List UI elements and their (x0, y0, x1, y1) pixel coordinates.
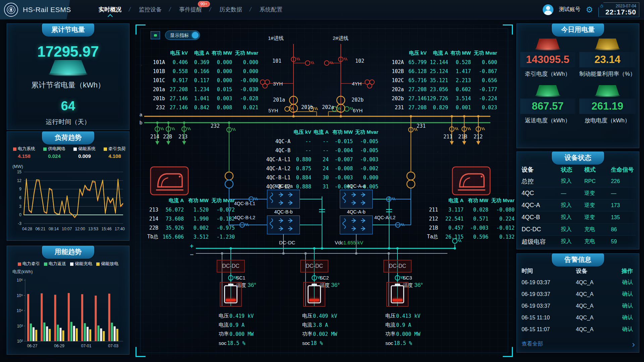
table-cell: 0.558 (165, 68, 188, 74)
confirm-button[interactable]: 确认 (616, 302, 633, 309)
run-days-label: 运行时间（天） (7, 118, 129, 126)
table-cell: 18.5 % (394, 340, 412, 346)
legend-item[interactable]: 储能系统0.009 (70, 146, 99, 159)
col-header: 生命信号 (611, 166, 636, 174)
breaker-icon (305, 61, 314, 65)
svg-text:13:53: 13:53 (88, 227, 98, 231)
table-row: 电压0.413 kV (385, 311, 420, 320)
table-cell: 投入 (561, 238, 584, 245)
settings-gear-icon[interactable]: ⚙ (586, 6, 593, 14)
table-cell: 173 (611, 202, 636, 208)
user-avatar[interactable] (543, 4, 553, 15)
svg-text:07-03: 07-03 (108, 344, 118, 348)
table-cell: 59 (611, 239, 636, 245)
table-cell: 电压 (302, 313, 312, 319)
table-cell: -0.003 (329, 175, 353, 181)
busbar-b-label: b (140, 120, 142, 125)
table-cell: -0.003 (464, 225, 488, 231)
tab-system-config[interactable]: 系统配置 (251, 0, 291, 19)
current-date: 2023-07-04 (601, 4, 636, 8)
legend-item[interactable]: 供电网络0.024 (40, 146, 69, 159)
indicator-checkbox[interactable] (151, 31, 160, 39)
svg-text:10⁵: 10⁵ (17, 293, 23, 298)
table-cell: 0.000 (209, 68, 232, 74)
tab-history-data[interactable]: 历史数据 (211, 0, 251, 19)
stat-label: 牵引电度（kWh） (520, 70, 575, 78)
left-branch-table: 电流 A 有功 MW 无功 Mvar 21356.0721.520-0.0722… (143, 196, 235, 241)
legend-label: 储能系统 (78, 146, 96, 151)
table-cell: DC-DC (522, 226, 561, 233)
view-all-link[interactable]: 查看全部 (522, 341, 543, 348)
table-cell: 0.656 (471, 77, 497, 83)
table-cell: 211 (423, 207, 438, 213)
legend-item[interactable]: 牵引负荷4.108 (100, 146, 129, 159)
table-cell: 65.716 (404, 77, 427, 83)
legend-item[interactable]: 电力牵引 (18, 261, 40, 267)
table-cell: 35.926 (158, 225, 184, 231)
main-nav: 实时概况 监控设备 事件提醒99+ 历史数据 系统配置 (90, 0, 291, 19)
table-cell: 0.596 (464, 234, 488, 240)
svg-text:06-27: 06-27 (27, 344, 38, 348)
table-cell: 232 (146, 105, 165, 111)
arrow-icon (476, 141, 480, 145)
col-header: 状态 (561, 166, 584, 174)
table-cell: 0.002 MW (313, 331, 337, 337)
transformer-6YH-label: 6YH (353, 108, 363, 113)
table-cell: 1.234 (188, 86, 209, 93)
table-cell: 06-15 11:07 (522, 326, 576, 333)
legend-item[interactable]: 储能充电 (70, 261, 92, 267)
table-row: 23127.2080.8290.0010.023 (384, 103, 497, 112)
breaker-232-label: 232 (211, 123, 220, 129)
legend-marker (13, 147, 16, 151)
legend-item[interactable]: 储能放电 (96, 261, 118, 267)
confirm-button[interactable]: 确认 (616, 291, 633, 298)
svg-text:12:00: 12:00 (75, 227, 85, 231)
table-cell: 27.146 (165, 105, 188, 111)
table-cell: 0.021 (232, 105, 258, 111)
table-cell: soc (219, 340, 226, 346)
table-row: 4QC-A-L20.87524-0.008-0.002 (249, 164, 378, 173)
show-indicators-toggle[interactable]: 显示指标 (165, 31, 200, 40)
current-time: 22:17:50 (601, 8, 636, 15)
energy-trend-chart: 10⁶10⁵10⁴10³10²06-2706-2907-0107-03 (10, 276, 127, 352)
table-cell: 3.117 (438, 207, 464, 213)
tab-event-alerts[interactable]: 事件提醒99+ (170, 0, 211, 19)
battery-icon (220, 282, 242, 307)
arrow-icon (462, 141, 466, 145)
table-cell: 0.000 MW (229, 331, 254, 337)
confirm-button[interactable]: 确认 (616, 279, 633, 286)
bolt-icon (579, 39, 636, 51)
table-cell: 0.413 kV (396, 313, 420, 319)
col-header: 模式 (584, 166, 611, 174)
table-cell: 23.056 (427, 86, 448, 93)
table-cell: -0.004 (329, 147, 353, 154)
tab-monitoring-devices[interactable]: 监控设备 (130, 0, 170, 19)
table-row: 06-19 03:374QC_A确认 (522, 277, 636, 288)
username[interactable]: 测试账号 (559, 6, 580, 13)
table-cell: 102B (384, 68, 404, 74)
confirm-button[interactable]: 确认 (616, 326, 633, 333)
table-cell: 投入 (561, 214, 584, 221)
table-cell: 0.917 (165, 77, 188, 83)
legend-item[interactable]: 电力返送 (44, 261, 66, 267)
table-header: 电流 A 有功 MW 无功 Mvar (423, 196, 515, 205)
table-cell: -- (290, 147, 311, 154)
dcdc-converter-box: DC-DC (217, 260, 245, 273)
more-arrow-icon[interactable]: › (632, 341, 635, 347)
arrow-icon (166, 141, 170, 145)
converter-4QC-A-b (340, 216, 373, 234)
table-cell: 1.990 (184, 216, 209, 222)
confirm-button[interactable]: 确认 (616, 314, 633, 321)
table-cell: -0.072 (209, 207, 235, 213)
legend-value: 0.024 (40, 153, 69, 159)
tab-realtime-overview[interactable]: 实时概况 (90, 0, 130, 19)
switch-202a-label: 202a (322, 104, 334, 110)
table-cell: -0.005 (353, 138, 378, 144)
stat-label: 返送电度（kWh） (520, 117, 575, 124)
legend-label: 供电网络 (48, 146, 65, 151)
table-row: 总控投入RPC226 (522, 175, 636, 187)
vdc-value: 1.655 kV (343, 240, 363, 245)
legend-item[interactable]: 电力系统4.158 (10, 146, 39, 159)
stat-traction-energy: 143095.5 牵引电度（kWh） (520, 39, 575, 78)
svg-text:0: 0 (19, 213, 21, 217)
